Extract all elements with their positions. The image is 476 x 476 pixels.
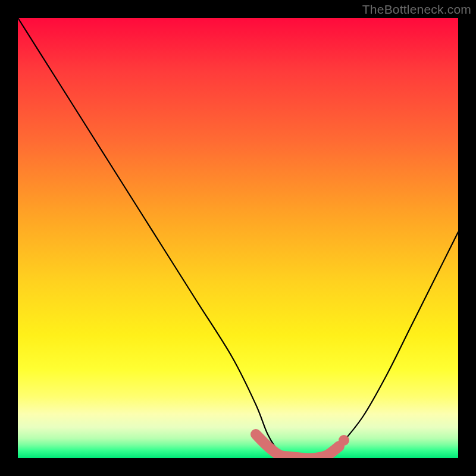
bottleneck-curve: [18, 18, 458, 458]
highlight-end-marker-icon: [339, 435, 349, 446]
highlight-segment: [256, 434, 339, 458]
chart-frame: TheBottleneck.com: [0, 0, 476, 476]
watermark-text: TheBottleneck.com: [362, 2, 471, 17]
chart-plot-area: [18, 18, 458, 458]
v-curve-path: [18, 18, 458, 458]
